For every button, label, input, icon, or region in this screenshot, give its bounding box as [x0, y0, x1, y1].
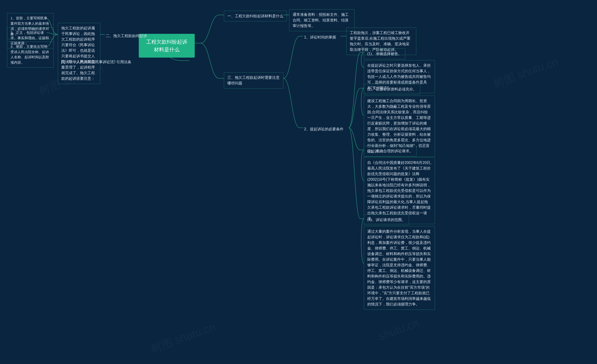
sub2-p3-desc[interactable]: 自《合同法中国质量好2002年6月20日,最高人民法院发布了《关于建筑工程价款优…	[364, 157, 435, 224]
branch-2-item-3[interactable]: 3、尾部，主要依次写明受诉人民法院全称、起诉人名称、起诉时间以及附项内容。	[7, 41, 54, 68]
branch-3-sub2-label[interactable]: 2、提起诉讼的必要条件	[303, 125, 345, 133]
sub2-p4-title[interactable]: (4)、诉讼请求的范围。	[364, 214, 409, 225]
sub2-p4-desc[interactable]: 通过大量的案件分析发现，当事人在提起诉讼时，诉讼请求仅为工程款和(或)利息，再加…	[364, 226, 435, 310]
sub2-p2-title[interactable]: (2)、证据全部资料必须充分。	[364, 84, 420, 95]
branch-1-label[interactable]: 一、工程欠款纠纷起诉材料是什么	[224, 11, 287, 22]
branch-3-sub1-label[interactable]: 1、诉讼时间的掌握	[303, 33, 337, 41]
branch-ref-item[interactable]: [1]《中华人民共和国民事诉讼法》	[60, 58, 118, 66]
branch-2-desc[interactable]: 拖欠工程款的起诉属于民事诉讼，因此拖欠工程款的起诉程序只要符合《民事诉讼法》即可…	[58, 23, 100, 84]
sub2-p1-title[interactable]: (1)、准确选择被告。	[364, 48, 405, 59]
branch-2-label[interactable]: 二、拖欠工程款如何起诉	[105, 32, 148, 40]
sub2-p3-title[interactable]: (3)、准确合理的诉讼请求。	[364, 146, 416, 157]
watermark: 树图 shutu.cn	[149, 319, 218, 356]
branch-1-desc[interactable]: 通常准备资料：招投标文件、施工合同、竣工资料、结算资料、结算审计报告等。	[289, 9, 354, 31]
root-title: 工程欠款纠纷起诉材料是什么	[146, 39, 187, 52]
branch-3-label[interactable]: 三、拖欠工程款起诉时需要注意哪些问题	[224, 72, 283, 89]
watermark: shutu.cn	[377, 317, 421, 343]
watermark: 树图 shutu.cn	[491, 54, 560, 91]
